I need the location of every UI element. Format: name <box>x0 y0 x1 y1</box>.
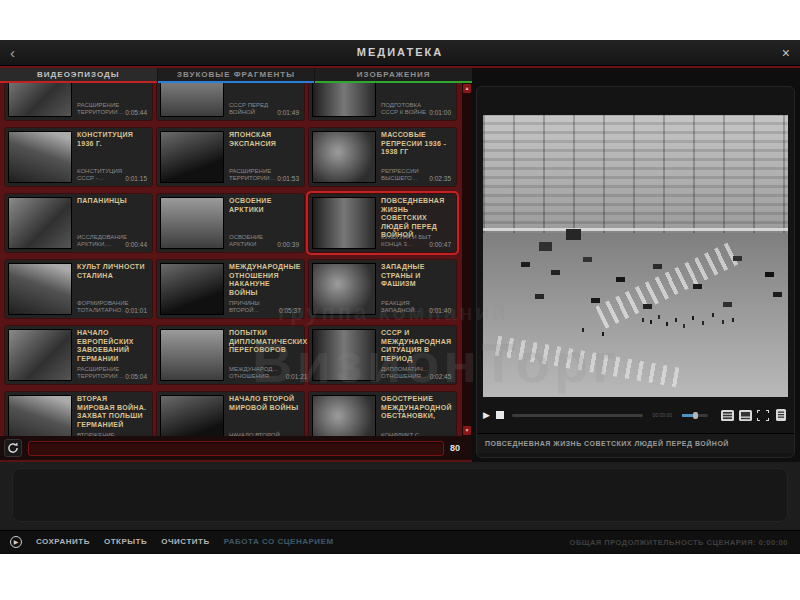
video-thumbnail <box>312 83 376 117</box>
library-item[interactable]: КОНСТИТУЦИЯ 1936 Г.КОНСТИТУЦИЯ СССР -…0:… <box>4 127 153 187</box>
storyboard-icon[interactable] <box>738 409 752 421</box>
tab-images[interactable]: ИЗОБРАЖЕНИЯ <box>315 68 472 83</box>
library-item[interactable]: КУЛЬТ ЛИЧНОСТИ СТАЛИНАФОРМИРОВАНИЕ ТОТАЛ… <box>4 259 153 319</box>
library-item[interactable]: ЗАПАДНЫЕ СТРАНЫ И ФАШИЗМРЕАКЦИЯ ЗАПАДНОЙ… <box>308 259 457 319</box>
item-meta: НАЧАЛО ЕВРОПЕЙСКИХ ЗАВОЕВАНИЙ ГЕРМАНИИРА… <box>72 329 149 381</box>
video-thumbnail <box>8 329 72 381</box>
library-item[interactable]: ОСВОЕНИЕ АРКТИКИОСВОЕНИЕ АРКТИКИ0:00:39 <box>156 193 305 253</box>
mediateka-window: ‹ МЕДИАТЕКА × ВИДЕОЭПИЗОДЫ ЗВУКОВЫЕ ФРАГ… <box>0 40 800 554</box>
item-duration: 0:01:21 <box>286 373 308 380</box>
scroll-down-icon[interactable]: ▼ <box>463 426 471 435</box>
video-player: ▶ 00:00:00 <box>476 86 795 458</box>
play-icon[interactable]: ▶ <box>483 410 490 420</box>
item-duration: 0:02:45 <box>430 373 452 380</box>
item-title: ПОПЫТКИ ДИПЛОМАТИЧЕСКИХ ПЕРЕГОВОРОВ <box>229 329 307 355</box>
total-duration-value: 0:00:00 <box>759 538 788 547</box>
video-thumbnail <box>312 131 376 183</box>
library-item[interactable]: ЯПОНСКАЯ ЭКСПАНСИЯРАСШИРЕНИЕ ТЕРРИТОРИИ…… <box>156 127 305 187</box>
scenario-mode-link[interactable]: РАБОТА СО СЦЕНАРИЕМ <box>224 537 334 546</box>
video-thumbnail <box>8 395 72 436</box>
tab-label: ВИДЕОЭПИЗОДЫ <box>0 68 157 81</box>
video-thumbnail <box>160 263 224 315</box>
tab-bar: ВИДЕОЭПИЗОДЫ ЗВУКОВЫЕ ФРАГМЕНТЫ ИЗОБРАЖЕ… <box>0 68 472 83</box>
item-title: ПАПАНИНЦЫ <box>77 197 147 206</box>
item-meta: РАСШИРЕНИЕ ТЕРРИТОРИИ…0:05:44 <box>72 83 149 117</box>
notes-icon[interactable] <box>774 409 788 421</box>
tab-sounds[interactable]: ЗВУКОВЫЕ ФРАГМЕНТЫ <box>158 68 315 83</box>
scenario-tray[interactable] <box>12 468 788 522</box>
item-meta: ОБОСТРЕНИЕ МЕЖДУНАРОДНОЙ ОБСТАНОВКИ,КОНФ… <box>376 395 454 436</box>
library-item[interactable]: ПОВСЕДНЕВНАЯ ЖИЗНЬ СОВЕТСКИХ ЛЮДЕЙ ПЕРЕД… <box>308 193 457 253</box>
video-grid-viewport: РАСШИРЕНИЕ ТЕРРИТОРИИ…0:05:44СССР ПЕРЕД … <box>0 83 462 436</box>
item-title: МЕЖДУНАРОДНЫЕ ОТНОШЕНИЯ НАКАНУНЕ ВОЙНЫ <box>229 263 301 297</box>
total-duration: ОБЩАЯ ПРОДОЛЖИТЕЛЬНОСТЬ СЦЕНАРИЯ: 0:00:0… <box>570 538 788 547</box>
item-meta: ОСВОЕНИЕ АРКТИКИОСВОЕНИЕ АРКТИКИ0:00:39 <box>224 197 301 249</box>
tab-videos[interactable]: ВИДЕОЭПИЗОДЫ <box>0 68 157 83</box>
library-item[interactable]: МАССОВЫЕ РЕПРЕСИИ 1936 - 1938 ГГРЕПРЕССИ… <box>308 127 457 187</box>
item-meta: ПОВСЕДНЕВНАЯ ЖИЗНЬ СОВЕТСКИХ ЛЮДЕЙ ПЕРЕД… <box>376 197 453 249</box>
item-meta: КОНСТИТУЦИЯ 1936 Г.КОНСТИТУЦИЯ СССР -…0:… <box>72 131 149 183</box>
save-button[interactable]: СОХРАНИТЬ <box>36 537 90 546</box>
library-item[interactable]: МЕЖДУНАРОДНЫЕ ОТНОШЕНИЯ НАКАНУНЕ ВОЙНЫПР… <box>156 259 305 319</box>
scenario-play-icon[interactable]: ▶ <box>10 536 22 548</box>
library-panel: ВИДЕОЭПИЗОДЫ ЗВУКОВЫЕ ФРАГМЕНТЫ ИЗОБРАЖЕ… <box>0 68 472 462</box>
playlist-icon[interactable] <box>720 409 734 421</box>
fullscreen-icon[interactable] <box>756 409 770 421</box>
library-item[interactable]: РАСШИРЕНИЕ ТЕРРИТОРИИ…0:05:44 <box>4 83 153 121</box>
video-thumbnail <box>8 83 72 117</box>
volume-slider[interactable] <box>682 414 708 417</box>
timecode: 00:00:00 <box>653 412 672 418</box>
library-item[interactable]: ПАПАНИНЦЫИССЛЕДОВАНИЕ АРКТИКИ,…0:00:44 <box>4 193 153 253</box>
clear-button[interactable]: ОЧИСТИТЬ <box>161 537 209 546</box>
library-item[interactable]: ВТОРАЯ МИРОВАЯ ВОЙНА. ЗАХВАТ ПОЛЬШИ ГЕРМ… <box>4 391 153 436</box>
item-duration: 0:05:04 <box>125 373 147 380</box>
video-thumbnail <box>160 197 224 249</box>
item-duration: 0:05:37 <box>279 307 301 314</box>
scroll-up-icon[interactable]: ▲ <box>463 84 471 93</box>
item-duration: 0:01:15 <box>125 175 147 182</box>
item-subtitle: ПРИЧИНЫ ВТОРОЙ… <box>229 300 285 314</box>
item-duration: 0:01:40 <box>429 307 451 314</box>
preview-panel: ▶ 00:00:00 <box>472 68 800 462</box>
video-thumbnail <box>160 395 224 436</box>
item-title: МАССОВЫЕ РЕПРЕСИИ 1936 - 1938 ГГ <box>381 131 451 157</box>
seek-slider[interactable] <box>512 414 643 417</box>
video-thumbnail <box>160 329 224 381</box>
items-count-badge: 80 <box>450 443 460 453</box>
item-duration: 0:02:35 <box>429 175 451 182</box>
volume-knob[interactable] <box>693 412 698 419</box>
library-item[interactable]: СССР И МЕЖДУНАРОДНАЯ СИТУАЦИЯ В ПЕРИОДДИ… <box>308 325 457 385</box>
library-item[interactable]: НАЧАЛО ЕВРОПЕЙСКИХ ЗАВОЕВАНИЙ ГЕРМАНИИРА… <box>4 325 153 385</box>
grid-scrollbar[interactable]: ▲ ▼ <box>462 83 472 436</box>
photo-cars <box>521 262 530 267</box>
library-item[interactable]: ПОПЫТКИ ДИПЛОМАТИЧЕСКИХ ПЕРЕГОВОРОВМЕЖДУ… <box>156 325 305 385</box>
item-duration: 0:05:44 <box>125 109 147 116</box>
item-meta: ЯПОНСКАЯ ЭКСПАНСИЯРАСШИРЕНИЕ ТЕРРИТОРИИ…… <box>224 131 301 183</box>
library-item[interactable]: НАЧАЛО ВТОРОЙ МИРОВОЙ ВОЙНЫНАЧАЛО ВТОРОЙ… <box>156 391 305 436</box>
stop-icon[interactable] <box>496 411 504 419</box>
library-item[interactable]: СССР ПЕРЕД ВОЙНОЙ0:01:49 <box>156 83 305 121</box>
item-meta: МАССОВЫЕ РЕПРЕСИИ 1936 - 1938 ГГРЕПРЕССИ… <box>376 131 453 183</box>
filter-input[interactable] <box>28 441 444 456</box>
video-thumbnail <box>160 83 224 117</box>
window-title: МЕДИАТЕКА <box>0 46 800 58</box>
item-title: КОНСТИТУЦИЯ 1936 Г. <box>77 131 147 148</box>
library-item[interactable]: ОБОСТРЕНИЕ МЕЖДУНАРОДНОЙ ОБСТАНОВКИ,КОНФ… <box>308 391 457 436</box>
item-title: КУЛЬТ ЛИЧНОСТИ СТАЛИНА <box>77 263 147 280</box>
photo-buildings <box>483 115 788 233</box>
photo-roofline <box>483 228 788 231</box>
library-item[interactable]: ПОДГОТОВКА СССР К ВОЙНЕ0:01:00 <box>308 83 457 121</box>
open-button[interactable]: ОТКРЫТЬ <box>104 537 147 546</box>
item-duration: 0:01:01 <box>125 307 147 314</box>
item-meta: КУЛЬТ ЛИЧНОСТИ СТАЛИНАФОРМИРОВАНИЕ ТОТАЛ… <box>72 263 149 315</box>
tab-label: ИЗОБРАЖЕНИЯ <box>315 68 472 81</box>
video-thumbnail <box>312 197 376 249</box>
refresh-button[interactable] <box>4 439 22 457</box>
player-controls: ▶ 00:00:00 <box>483 403 788 427</box>
item-meta: ПОПЫТКИ ДИПЛОМАТИЧЕСКИХ ПЕРЕГОВОРОВМЕЖДУ… <box>224 329 309 381</box>
video-thumbnail <box>8 131 72 183</box>
item-duration: 0:01:53 <box>277 175 299 182</box>
video-thumbnail <box>312 263 376 315</box>
item-title: ЗАПАДНЫЕ СТРАНЫ И ФАШИЗМ <box>381 263 451 289</box>
close-icon[interactable]: × <box>782 44 790 62</box>
